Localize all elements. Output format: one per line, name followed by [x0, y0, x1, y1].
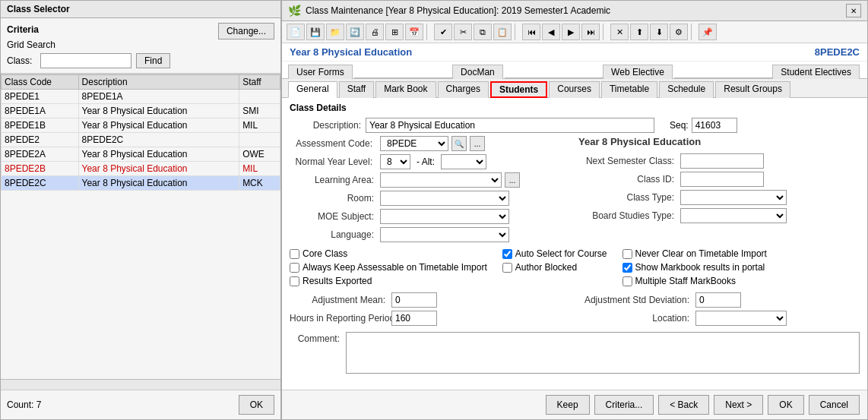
tab-general[interactable]: General	[288, 81, 337, 98]
assessment-code-select[interactable]: 8PEDE	[380, 136, 448, 151]
always-keep-checkbox[interactable]	[290, 263, 299, 273]
table-row[interactable]: 8PEDE2AYear 8 Physical EducationOWE	[2, 147, 280, 162]
close-button[interactable]: ✕	[846, 4, 861, 17]
class-input[interactable]	[40, 53, 131, 68]
tab-user-forms[interactable]: User Forms	[288, 65, 353, 79]
cancel-button[interactable]: Cancel	[809, 395, 860, 415]
board-studies-select[interactable]	[680, 208, 787, 223]
language-select[interactable]	[380, 227, 509, 242]
normal-year-select[interactable]: 8	[380, 154, 410, 169]
room-select[interactable]	[380, 191, 509, 206]
comment-textarea[interactable]	[346, 332, 860, 374]
assessment-search-btn[interactable]: 🔍	[451, 136, 467, 151]
cell-code: 8PEDE2A	[2, 147, 79, 162]
toolbar-copy[interactable]: ⧉	[474, 24, 492, 40]
toolbar-new[interactable]: 📄	[287, 24, 305, 40]
table-row[interactable]: 8PEDE1BYear 8 Physical EducationMIL	[2, 118, 280, 133]
ok-button[interactable]: OK	[768, 395, 803, 415]
tab-student-electives[interactable]: Student Electives	[772, 65, 860, 79]
board-studies-label: Board Studies Type:	[578, 210, 677, 221]
table-row[interactable]: 8PEDE2CYear 8 Physical EducationMCK	[2, 176, 280, 191]
toolbar-export[interactable]: ⬆	[630, 24, 648, 40]
core-class-checkbox[interactable]	[290, 249, 299, 259]
show-markbook-checkbox[interactable]	[622, 263, 632, 273]
horizontal-scrollbar[interactable]	[1, 379, 280, 390]
criteria-button[interactable]: Criteria...	[594, 395, 654, 415]
tab-result-groups[interactable]: Result Groups	[715, 81, 790, 98]
learning-area-select[interactable]	[380, 172, 502, 188]
moe-subject-label: MOE Subject:	[290, 211, 377, 222]
tab-timetable[interactable]: Timetable	[601, 81, 657, 98]
learning-area-more-btn[interactable]: ...	[505, 172, 520, 188]
toolbar-paste[interactable]: 📋	[493, 24, 512, 40]
tab-mark-book[interactable]: Mark Book	[375, 81, 436, 98]
show-markbook-label: Show Markbook results in portal	[635, 262, 765, 273]
adj-std-input[interactable]	[695, 292, 741, 308]
toolbar-sep4	[691, 24, 695, 40]
checkboxes-section: Core Class Always Keep Assessable on Tim…	[290, 245, 860, 289]
table-row[interactable]: 8PEDE1AYear 8 Physical EducationSMI	[2, 104, 280, 118]
assessment-bold-label: Year 8 Physical Education	[578, 136, 701, 147]
hours-input[interactable]	[391, 311, 437, 326]
cell-staff: OWE	[239, 147, 280, 162]
title-text: Class Maintenance [Year 8 Physical Educa…	[306, 5, 610, 16]
class-id-input[interactable]	[680, 172, 764, 187]
find-button[interactable]: Find	[136, 53, 170, 68]
never-clear-label: Never Clear on Timetable Import	[635, 248, 767, 259]
multiple-staff-checkbox[interactable]	[622, 276, 632, 286]
location-select[interactable]	[695, 311, 787, 326]
core-class-label: Core Class	[303, 248, 347, 259]
adj-mean-input[interactable]	[391, 292, 437, 308]
toolbar-last[interactable]: ⏭	[581, 24, 600, 40]
toolbar-calendar[interactable]: 📅	[405, 24, 423, 40]
table-row[interactable]: 8PEDE18PEDE1A	[2, 90, 280, 104]
next-sem-label: Next Semester Class:	[578, 156, 677, 166]
never-clear-checkbox[interactable]	[622, 249, 632, 259]
class-info-bar: Year 8 Physical Education 8PEDE2C	[282, 43, 867, 62]
toolbar-check[interactable]: ✔	[434, 24, 452, 40]
toolbar-cut[interactable]: ✂	[454, 24, 472, 40]
toolbar-grid[interactable]: ⊞	[385, 24, 404, 40]
description-input[interactable]	[366, 118, 654, 133]
table-row[interactable]: 8PEDE28PEDE2C	[2, 133, 280, 147]
next-sem-input[interactable]	[680, 153, 764, 169]
toolbar-sep1	[426, 24, 431, 40]
toolbar-prev[interactable]: ◀	[542, 24, 560, 40]
results-exported-checkbox[interactable]	[290, 276, 299, 286]
class-type-select[interactable]	[680, 190, 787, 205]
tab-courses[interactable]: Courses	[549, 81, 600, 98]
alt-select[interactable]	[441, 154, 486, 169]
toolbar-settings[interactable]: ⚙	[670, 24, 688, 40]
toolbar-pin[interactable]: 📌	[699, 24, 717, 40]
keep-button[interactable]: Keep	[546, 395, 590, 415]
tab-web-elective[interactable]: Web Elective	[603, 65, 673, 79]
tab-charges[interactable]: Charges	[438, 81, 489, 98]
title-bar: 🌿 Class Maintenance [Year 8 Physical Edu…	[282, 1, 867, 21]
table-row[interactable]: 8PEDE2BYear 8 Physical EducationMIL	[2, 162, 280, 176]
tabs-upper-row: User Forms DocMan Web Elective Student E…	[282, 62, 867, 79]
change-button[interactable]: Change...	[218, 23, 274, 39]
toolbar-import[interactable]: ⬇	[650, 24, 668, 40]
room-label: Room:	[290, 193, 377, 204]
toolbar-first[interactable]: ⏮	[522, 24, 540, 40]
author-blocked-checkbox[interactable]	[502, 263, 512, 273]
toolbar-next-nav[interactable]: ▶	[562, 24, 580, 40]
toolbar-folder[interactable]: 📁	[326, 24, 344, 40]
back-button[interactable]: < Back	[658, 395, 709, 415]
left-ok-button[interactable]: OK	[239, 395, 274, 415]
tab-staff[interactable]: Staff	[339, 81, 374, 98]
auto-select-checkbox[interactable]	[502, 249, 512, 259]
multiple-staff-label: Multiple Staff MarkBooks	[635, 276, 737, 286]
moe-subject-select[interactable]	[380, 209, 509, 224]
seq-input[interactable]	[692, 118, 737, 133]
tab-schedule[interactable]: Schedule	[659, 81, 714, 98]
toolbar-print[interactable]: 🖨	[366, 24, 384, 40]
tab-docman[interactable]: DocMan	[452, 65, 503, 79]
toolbar-save[interactable]: 💾	[306, 24, 325, 40]
tab-students[interactable]: Students	[490, 81, 547, 98]
criteria-label: Criteria	[7, 24, 39, 35]
toolbar-delete[interactable]: ✕	[610, 24, 629, 40]
toolbar-refresh[interactable]: 🔄	[346, 24, 364, 40]
assessment-more-btn[interactable]: ...	[470, 136, 485, 151]
next-button[interactable]: Next >	[714, 395, 763, 415]
